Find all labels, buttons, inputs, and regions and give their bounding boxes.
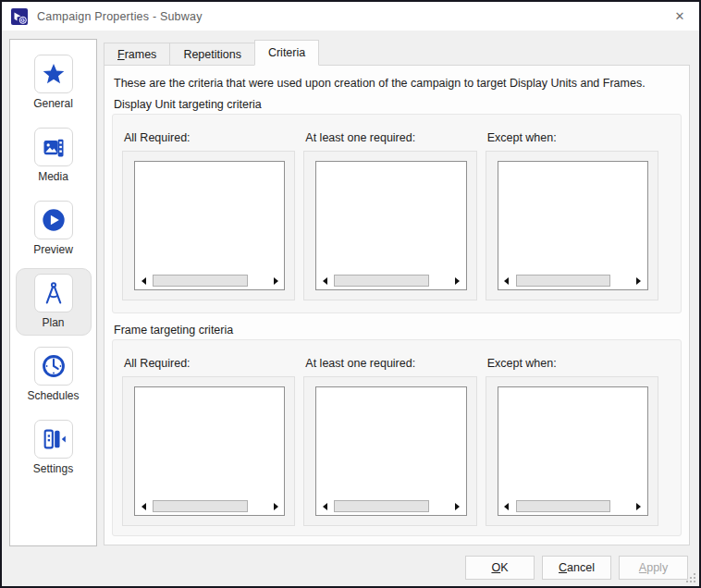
sidebar-item-media[interactable]: Media bbox=[16, 122, 92, 190]
sidebar-item-schedules[interactable]: Schedules bbox=[16, 341, 92, 409]
sidebar-item-settings[interactable]: Settings bbox=[16, 414, 92, 482]
du-except-when-listbox[interactable] bbox=[498, 161, 648, 290]
du-all-required-listbox[interactable] bbox=[134, 161, 285, 290]
scroll-left-button[interactable] bbox=[501, 275, 512, 287]
close-button[interactable]: ✕ bbox=[660, 2, 699, 31]
horizontal-scrollbar[interactable] bbox=[316, 499, 465, 515]
sidebar-item-label: General bbox=[33, 97, 73, 110]
horizontal-scrollbar[interactable] bbox=[498, 274, 647, 289]
sidebar-item-plan[interactable]: Plan bbox=[16, 268, 92, 336]
scrollbar-thumb[interactable] bbox=[516, 275, 611, 287]
listbox-empty-area bbox=[135, 387, 284, 499]
tab-frames[interactable]: Frames bbox=[104, 43, 170, 66]
tab-frames-label: rames bbox=[125, 48, 157, 61]
scroll-right-button[interactable] bbox=[452, 500, 463, 512]
scroll-right-button[interactable] bbox=[452, 275, 463, 287]
listbox-panel bbox=[486, 376, 658, 526]
play-icon bbox=[41, 207, 67, 233]
fr-at-least-one-listbox[interactable] bbox=[315, 386, 466, 516]
listbox-empty-area bbox=[135, 162, 284, 274]
fr-all-required-listbox[interactable] bbox=[134, 386, 285, 516]
scroll-right-button[interactable] bbox=[633, 500, 645, 512]
scroll-right-button[interactable] bbox=[633, 275, 645, 287]
resize-grip[interactable] bbox=[686, 573, 688, 575]
display-unit-group-panel: All Required: At least one required: bbox=[112, 114, 682, 313]
sidebar-item-preview[interactable]: Preview bbox=[16, 195, 92, 263]
star-icon bbox=[41, 61, 67, 87]
horizontal-scrollbar[interactable] bbox=[135, 499, 284, 515]
scroll-left-icon bbox=[323, 277, 327, 285]
titlebar: Campaign Properties - Subway ✕ bbox=[2, 2, 699, 31]
horizontal-scrollbar[interactable] bbox=[316, 274, 465, 289]
sidebar-item-general[interactable]: General bbox=[16, 49, 92, 116]
ok-label: K bbox=[500, 561, 508, 574]
apply-label: pply bbox=[646, 561, 668, 574]
criteria-description: These are the criteria that were used up… bbox=[114, 77, 646, 90]
scroll-right-button[interactable] bbox=[270, 500, 281, 512]
sidebar-item-label: Schedules bbox=[27, 389, 79, 402]
tab-criteria-label: Criteria bbox=[268, 46, 305, 59]
criteria-tab-page: These are the criteria that were used up… bbox=[104, 65, 690, 545]
scroll-left-icon bbox=[504, 503, 509, 510]
tab-criteria[interactable]: Criteria bbox=[254, 40, 319, 66]
icon-box bbox=[34, 274, 73, 312]
listbox-panel bbox=[303, 376, 476, 526]
icon-box bbox=[34, 201, 73, 239]
listbox-empty-area bbox=[316, 387, 465, 499]
scroll-left-button[interactable] bbox=[138, 275, 149, 287]
icon-box bbox=[34, 420, 73, 459]
listbox-empty-area bbox=[316, 162, 465, 274]
fr-at-least-one-column: At least one required: bbox=[303, 355, 476, 535]
fr-all-required-column: All Required: bbox=[122, 355, 295, 535]
tab-repetitions-label: Repetitions bbox=[183, 48, 241, 61]
column-label: Except when: bbox=[487, 131, 658, 144]
du-except-when-column: Except when: bbox=[486, 129, 658, 312]
cancel-label: ancel bbox=[567, 561, 595, 574]
tab-repetitions[interactable]: Repetitions bbox=[169, 43, 255, 66]
tab-strip: Frames Repetitions Criteria bbox=[104, 42, 318, 66]
column-label: At least one required: bbox=[305, 357, 476, 370]
scrollbar-thumb[interactable] bbox=[153, 500, 248, 512]
scroll-left-icon bbox=[323, 503, 327, 510]
fr-except-when-listbox[interactable] bbox=[498, 386, 648, 516]
scroll-left-icon bbox=[141, 503, 146, 510]
scroll-left-button[interactable] bbox=[319, 275, 330, 287]
scroll-right-icon bbox=[455, 277, 460, 285]
listbox-panel bbox=[486, 151, 658, 300]
horizontal-scrollbar[interactable] bbox=[498, 499, 647, 515]
scroll-right-icon bbox=[455, 503, 460, 510]
app-icon bbox=[11, 8, 28, 25]
sidebar-item-label: Plan bbox=[42, 316, 64, 329]
du-at-least-one-listbox[interactable] bbox=[315, 161, 466, 290]
column-label: All Required: bbox=[124, 131, 295, 144]
scrollbar-thumb[interactable] bbox=[334, 500, 429, 512]
scroll-right-button[interactable] bbox=[270, 275, 281, 287]
scroll-right-icon bbox=[274, 503, 278, 510]
close-icon: ✕ bbox=[675, 9, 685, 23]
scroll-left-button[interactable] bbox=[319, 500, 330, 512]
listbox-panel bbox=[303, 151, 476, 300]
sidebar-item-label: Preview bbox=[33, 243, 73, 256]
window-title: Campaign Properties - Subway bbox=[37, 10, 203, 23]
scroll-left-button[interactable] bbox=[138, 500, 149, 512]
cancel-button[interactable]: Cancel bbox=[542, 556, 611, 580]
tab-frames-mnemonic: F bbox=[117, 48, 125, 61]
apply-mnemonic: A bbox=[639, 561, 646, 574]
scrollbar-thumb[interactable] bbox=[334, 275, 429, 287]
du-at-least-one-column: At least one required: bbox=[303, 129, 476, 312]
ok-button[interactable]: OK bbox=[465, 556, 535, 580]
horizontal-scrollbar[interactable] bbox=[135, 274, 284, 289]
panels-icon bbox=[41, 426, 67, 452]
campaign-properties-dialog: Campaign Properties - Subway ✕ General bbox=[0, 0, 701, 588]
scroll-right-icon bbox=[274, 277, 278, 285]
column-label: At least one required: bbox=[305, 131, 476, 144]
scroll-left-button[interactable] bbox=[501, 500, 512, 512]
scrollbar-thumb[interactable] bbox=[153, 275, 248, 287]
scroll-right-icon bbox=[636, 277, 641, 285]
apply-button[interactable]: Apply bbox=[619, 556, 688, 580]
listbox-empty-area bbox=[498, 162, 647, 274]
scroll-right-icon bbox=[636, 503, 641, 510]
media-icon bbox=[41, 134, 67, 160]
icon-box bbox=[34, 55, 73, 93]
scrollbar-thumb[interactable] bbox=[516, 500, 611, 512]
